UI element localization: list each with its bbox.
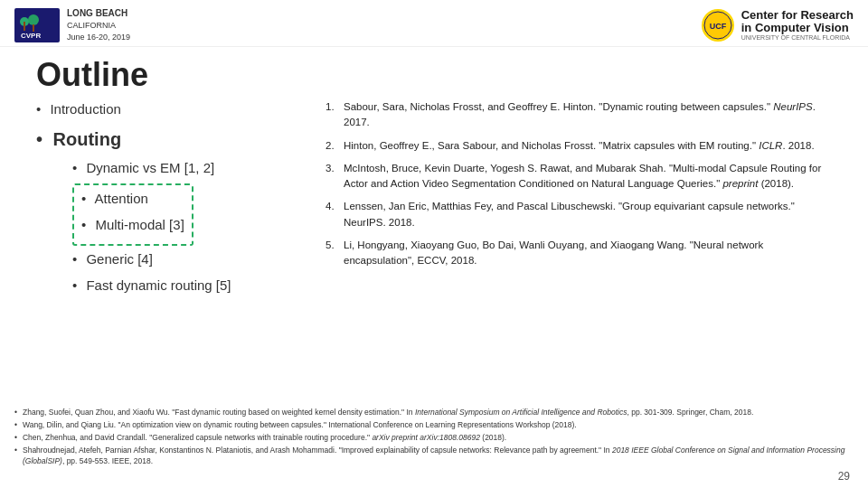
bullet-icon: • (36, 129, 42, 149)
bullet-icon: • (72, 160, 77, 175)
routing-label: Routing (53, 129, 122, 149)
fn-bullet: • (14, 419, 17, 431)
header-left: CVPR LONG BEACH CALIFORNIA June 16-20, 2… (14, 7, 130, 42)
introduction-label: Introduction (50, 101, 120, 117)
event-state: CALIFORNIA (67, 20, 130, 32)
subitem-dynamic: • Dynamic vs EM [1, 2] (72, 158, 298, 179)
svg-point-3 (28, 14, 39, 25)
ref-1: 1. Sabour, Sara, Nicholas Frosst, and Ge… (326, 99, 832, 131)
ref-num-1: 1. (326, 99, 340, 131)
fn-bullet: • (14, 432, 17, 444)
fast-label: Fast dynamic routing [5] (86, 277, 231, 293)
fn-text-1: Zhang, Suofei, Quan Zhou, and Xiaofu Wu.… (23, 407, 753, 418)
ucf-logo: UCF (702, 9, 734, 42)
svg-rect-4 (33, 24, 34, 32)
bullet-icon: • (72, 277, 77, 293)
subitem-attention: • Attention (81, 189, 184, 210)
ref-num-3: 3. (326, 161, 340, 192)
outline-introduction: • Introduction (36, 99, 298, 120)
dynamic-label: Dynamic vs EM [1, 2] (86, 160, 214, 175)
ref-text-3: McIntosh, Bruce, Kevin Duarte, Yogesh S.… (344, 161, 832, 192)
page-number: 29 (838, 470, 850, 483)
ref-text-2: Hinton, Geoffrey E., Sara Sabour, and Ni… (344, 138, 815, 154)
event-info: LONG BEACH CALIFORNIA June 16-20, 2019 (67, 7, 130, 42)
header-right: UCF Center for Researchin Computer Visio… (702, 9, 854, 42)
footnote-2: • Wang, Dilin, and Qiang Liu. "An optimi… (14, 419, 854, 431)
generic-label: Generic [4] (86, 251, 152, 267)
ucf-title: Center for Researchin Computer Vision (741, 9, 854, 35)
outline-routing: • Routing (36, 126, 298, 153)
footnote-1: • Zhang, Suofei, Quan Zhou, and Xiaofu W… (14, 407, 854, 418)
fn-bullet: • (14, 445, 17, 468)
ucf-info: Center for Researchin Computer Vision UN… (741, 9, 854, 42)
page-title: Outline (0, 47, 868, 99)
footnote-3: • Chen, Zhenhua, and David Crandall. "Ge… (14, 432, 854, 444)
bullet-icon: • (81, 191, 86, 206)
ref-num-5: 5. (326, 238, 340, 269)
svg-text:CVPR: CVPR (21, 32, 41, 40)
ref-5: 5. Li, Hongyang, Xiaoyang Guo, Bo Dai, W… (326, 238, 832, 269)
outline-column: • Introduction • Routing • Dynamic vs EM… (36, 99, 298, 301)
footnotes: • Zhang, Suofei, Quan Zhou, and Xiaofu W… (14, 407, 854, 468)
fn-bullet: • (14, 407, 17, 418)
subitem-fast: • Fast dynamic routing [5] (72, 276, 298, 296)
ref-num-2: 2. (326, 138, 340, 154)
fn-text-2: Wang, Dilin, and Qiang Liu. "An optimiza… (23, 419, 577, 431)
bullet-icon: • (72, 251, 77, 267)
cvpr-logo: CVPR (14, 8, 60, 42)
main-content: • Introduction • Routing • Dynamic vs EM… (0, 99, 868, 301)
ref-2: 2. Hinton, Geoffrey E., Sara Sabour, and… (326, 138, 832, 154)
header: CVPR LONG BEACH CALIFORNIA June 16-20, 2… (0, 0, 868, 47)
event-dates: June 16-20, 2019 (67, 32, 130, 43)
bullet-icon: • (81, 217, 86, 232)
fn-text-3: Chen, Zhenhua, and David Crandall. "Gene… (23, 432, 506, 444)
ref-text-4: Lenssen, Jan Eric, Matthias Fey, and Pas… (344, 199, 832, 230)
subitem-multimodal: • Multi-modal [3] (81, 215, 184, 236)
attention-label: Attention (95, 191, 148, 206)
svg-text:UCF: UCF (709, 22, 726, 31)
highlight-box: • Attention • Multi-modal [3] (72, 183, 193, 246)
event-location: LONG BEACH (67, 7, 130, 20)
ref-text-5: Li, Hongyang, Xiaoyang Guo, Bo Dai, Wanl… (344, 238, 832, 269)
bullet-icon: • (36, 101, 41, 117)
ucf-subtitle: UNIVERSITY OF CENTRAL FLORIDA (741, 34, 854, 41)
multimodal-label: Multi-modal [3] (95, 217, 184, 232)
ref-text-1: Sabour, Sara, Nicholas Frosst, and Geoff… (344, 99, 832, 131)
footnote-4: • Shahroudnejad, Atefeh, Parnian Afshar,… (14, 445, 854, 468)
references-column: 1. Sabour, Sara, Nicholas Frosst, and Ge… (326, 99, 832, 301)
ref-4: 4. Lenssen, Jan Eric, Matthias Fey, and … (326, 199, 832, 230)
ref-num-4: 4. (326, 199, 340, 230)
routing-subitems: • Dynamic vs EM [1, 2] • Attention • Mul… (54, 158, 298, 296)
subitem-generic: • Generic [4] (72, 249, 298, 270)
ref-3: 3. McIntosh, Bruce, Kevin Duarte, Yogesh… (326, 161, 832, 192)
svg-rect-2 (24, 22, 25, 31)
fn-text-4: Shahroudnejad, Atefeh, Parnian Afshar, K… (23, 445, 854, 468)
